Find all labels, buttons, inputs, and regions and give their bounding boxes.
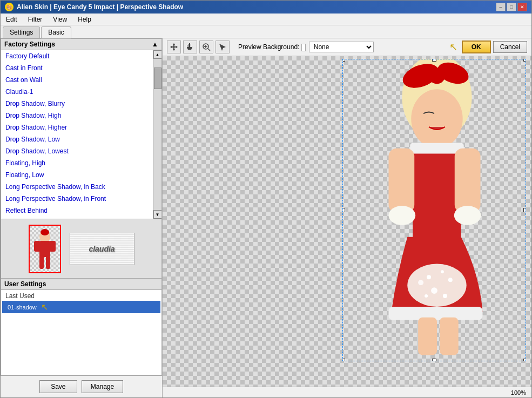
move-tool-button[interactable] [167, 41, 181, 53]
close-button[interactable]: ✕ [517, 3, 527, 11]
pointer-icon: ↖ [41, 302, 48, 312]
list-item[interactable]: Claudia-1 [1, 86, 153, 98]
woman-figure-svg [343, 59, 526, 361]
tab-settings[interactable]: Settings [3, 26, 40, 38]
pointer-icon [218, 43, 227, 51]
list-item[interactable]: Reflect Behind [1, 205, 153, 217]
svg-rect-21 [413, 146, 461, 242]
cancel-button[interactable]: Cancel [493, 41, 527, 53]
ok-cancel-area: ↖ OK Cancel [449, 41, 527, 53]
factory-settings-list[interactable]: Factory Default Cast in Front Cast on Wa… [1, 50, 153, 219]
menu-help[interactable]: Help [75, 15, 95, 24]
thumbnail-preview [29, 225, 61, 273]
svg-rect-6 [39, 241, 50, 257]
tab-basic[interactable]: Basic [41, 26, 71, 38]
list-item[interactable]: Floating, High [1, 157, 153, 169]
preview-thumbnail-area: claudia [1, 219, 162, 279]
app-icon: 🎨 [5, 3, 14, 11]
scroll-down-button[interactable]: ▼ [153, 210, 162, 219]
list-item[interactable]: Reflect in Front [1, 217, 153, 219]
thumbnail-image [30, 226, 60, 272]
svg-point-11 [41, 229, 49, 235]
svg-rect-36 [418, 318, 437, 355]
svg-point-28 [407, 264, 466, 307]
svg-point-30 [441, 270, 444, 273]
svg-point-34 [425, 294, 428, 298]
scroll-up-indicator: ▲ [152, 41, 158, 48]
save-button[interactable]: Save [39, 380, 77, 393]
list-item[interactable]: Cast in Front [1, 62, 153, 74]
move-icon [170, 43, 178, 51]
list-item[interactable]: Drop Shadow, Blurry [1, 98, 153, 110]
svg-rect-24 [455, 149, 481, 213]
maximize-button[interactable]: □ [507, 3, 516, 11]
svg-point-33 [431, 287, 437, 294]
svg-point-20 [411, 89, 462, 148]
list-item[interactable]: Long Perspective Shadow, in Front [1, 193, 153, 205]
ok-pointer-icon: ↖ [449, 41, 457, 53]
user-settings-item-selected[interactable]: 01-shadow ↖ [2, 301, 160, 313]
svg-rect-7 [34, 241, 41, 252]
user-settings-header: User Settings [1, 279, 162, 290]
pointer-tool-button[interactable] [216, 41, 230, 53]
window-title: Alien Skin | Eye Candy 5 Impact | Perspe… [17, 3, 183, 11]
list-item[interactable]: Drop Shadow, Higher [1, 122, 153, 133]
list-item[interactable]: Floating, Low [1, 169, 153, 181]
list-item[interactable]: Drop Shadow, Low [1, 133, 153, 145]
svg-point-25 [389, 206, 416, 225]
list-item[interactable]: Drop Shadow, Lowest [1, 145, 153, 157]
menu-view[interactable]: View [50, 15, 70, 24]
user-settings-area: User Settings Last Used 01-shadow ↖ Save… [1, 279, 162, 397]
svg-point-26 [454, 206, 481, 225]
factory-list-scrollbar[interactable]: ▲ ▼ [153, 50, 161, 219]
menu-edit[interactable]: Edit [3, 15, 21, 24]
svg-point-19 [429, 68, 445, 84]
toolbar: Preview Background: None Black White Cus… [163, 38, 531, 56]
minimize-button[interactable]: – [496, 3, 506, 11]
right-panel: Preview Background: None Black White Cus… [163, 38, 531, 397]
tabs-bar: Settings Basic [1, 25, 531, 38]
list-item[interactable]: Drop Shadow, High [1, 110, 153, 122]
svg-rect-22 [410, 143, 463, 154]
preview-bg-select[interactable]: None Black White Custom [309, 42, 374, 52]
svg-point-29 [427, 275, 431, 279]
svg-point-35 [443, 294, 447, 298]
svg-rect-10 [46, 255, 50, 269]
manage-button[interactable]: Manage [82, 380, 123, 393]
last-used-label: Last Used [2, 291, 160, 301]
status-bar: 100% [163, 387, 531, 397]
preview-bg-label: Preview Background: [238, 43, 299, 51]
title-bar: 🎨 Alien Skin | Eye Candy 5 Impact | Pers… [1, 1, 531, 14]
canvas-area[interactable] [163, 56, 531, 387]
preview-bg-dropdown-wrapper: None Black White Custom [301, 42, 373, 52]
factory-settings-header: Factory Settings ▲ [1, 38, 162, 50]
ok-button[interactable]: OK [462, 41, 491, 53]
factory-settings-area: Factory Settings ▲ Factory Default Cast … [1, 38, 162, 279]
left-panel: Factory Settings ▲ Factory Default Cast … [1, 38, 163, 397]
menu-filter[interactable]: Filter [25, 15, 46, 24]
user-item-text: 01-shadow [5, 303, 39, 311]
canvas-content [163, 56, 531, 387]
zoom-in-icon [202, 43, 211, 51]
list-item[interactable]: Factory Default [1, 50, 153, 62]
hand-tool-button[interactable] [183, 41, 197, 53]
list-item[interactable]: Long Perspective Shadow, in Back [1, 181, 153, 193]
svg-rect-9 [39, 255, 44, 269]
menu-bar: Edit Filter View Help [1, 14, 531, 25]
zoom-level: 100% [511, 389, 526, 396]
svg-rect-27 [389, 307, 483, 320]
subject-image[interactable] [342, 59, 526, 361]
zoom-in-tool-button[interactable] [199, 41, 213, 53]
scroll-up-button[interactable]: ▲ [153, 50, 162, 59]
scroll-thumb[interactable] [154, 68, 161, 89]
main-window: 🎨 Alien Skin | Eye Candy 5 Impact | Pers… [0, 0, 532, 398]
svg-rect-8 [49, 241, 56, 252]
svg-point-32 [448, 278, 453, 282]
hand-icon [186, 43, 194, 51]
window-controls: – □ ✕ [496, 3, 527, 11]
svg-line-13 [208, 49, 210, 51]
list-item[interactable]: Cast on Wall [1, 74, 153, 86]
factory-settings-label: Factory Settings [4, 41, 55, 48]
user-settings-list[interactable]: Last Used 01-shadow ↖ [1, 290, 162, 375]
svg-rect-37 [440, 318, 459, 355]
